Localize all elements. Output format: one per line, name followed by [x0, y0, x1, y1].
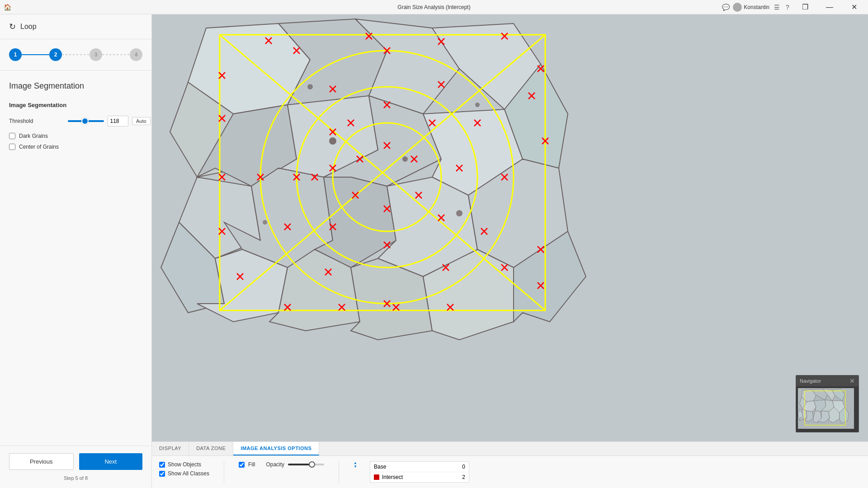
subsection-title: Image Segmentation — [9, 102, 142, 108]
username: Konstantin — [744, 4, 769, 10]
center-of-grains-label: Center of Grains — [19, 144, 59, 150]
opacity-section: Opacity — [266, 461, 324, 468]
show-objects-label: Show Objects — [168, 461, 201, 468]
svg-point-26 — [475, 103, 480, 107]
navigator-header: Navigator ✕ — [796, 375, 859, 386]
table-row-base: Base 0 — [370, 462, 469, 472]
loop-label: Loop — [20, 23, 37, 31]
restore-button[interactable]: ❐ — [795, 0, 816, 14]
svg-point-25 — [456, 210, 462, 216]
next-button[interactable]: Next — [79, 453, 143, 470]
center-of-grains-row: Center of Grains — [9, 144, 142, 150]
close-button[interactable]: ✕ — [844, 0, 864, 14]
svg-point-24 — [263, 220, 267, 225]
help-icon[interactable]: ? — [784, 4, 791, 11]
step-line-1-2 — [22, 54, 49, 55]
fill-section: Fill — [239, 461, 255, 468]
intersect-name: Intersect — [370, 472, 442, 482]
sidebar: ↻ Loop 1 2 3 4 Image Segmentation Image … — [0, 14, 152, 488]
bottom-panel: DISPLAY DATA ZONE IMAGE ANALYSIS OPTIONS… — [152, 441, 868, 488]
home-icon[interactable]: 🏠 — [4, 4, 11, 11]
step-info: Step 5 of 8 — [9, 475, 142, 481]
navigator-thumb-svg — [798, 388, 854, 429]
table-row-intersect: Intersect 2 — [370, 472, 469, 482]
navigator-panel: Navigator ✕ — [796, 375, 859, 432]
sidebar-footer: Previous Next Step 5 of 8 — [0, 446, 151, 488]
opacity-label: Opacity — [266, 461, 284, 468]
sidebar-content: Image Segmentation Image Segmentation Th… — [0, 70, 151, 446]
nav-buttons: Previous Next — [9, 453, 142, 470]
minimize-button[interactable]: — — [819, 0, 840, 14]
sort-down-arrow[interactable]: ▼ — [354, 465, 357, 469]
svg-point-23 — [402, 156, 408, 162]
tab-content-imageoptions: Show Objects Show All Classes Fill Opaci… — [152, 456, 868, 488]
display-options: Show Objects Show All Classes — [159, 461, 209, 477]
svg-point-22 — [329, 137, 336, 145]
titlebar-right: 💬 Konstantin ☰ ? ❐ — ✕ — [722, 0, 864, 14]
divider-2 — [339, 461, 339, 483]
step-line-3-4 — [102, 54, 130, 55]
tab-imageoptions[interactable]: IMAGE ANALYSIS OPTIONS — [233, 442, 319, 455]
content-area: Navigator ✕ — [152, 14, 868, 488]
previous-button[interactable]: Previous — [9, 453, 74, 470]
titlebar: 🏠 Grain Size Analysis (Intercept) 💬 Kons… — [0, 0, 868, 14]
opacity-slider[interactable] — [288, 464, 324, 465]
divider-1 — [224, 461, 224, 483]
fill-label: Fill — [248, 461, 255, 468]
svg-point-27 — [307, 84, 313, 89]
threshold-slider[interactable] — [68, 120, 104, 122]
dark-grains-label: Dark Grains — [19, 133, 48, 139]
grain-image — [152, 14, 868, 441]
base-name: Base — [370, 462, 442, 472]
intersect-value: 2 — [442, 472, 469, 482]
auto-button[interactable]: Auto — [132, 117, 151, 125]
base-value: 0 — [442, 462, 469, 472]
grain-svg — [152, 14, 868, 441]
show-classes-label: Show All Classes — [168, 470, 209, 477]
show-objects-row: Show Objects — [159, 461, 209, 468]
step-line-2-3 — [62, 54, 90, 55]
step-3: 3 — [90, 48, 102, 61]
threshold-input[interactable] — [108, 116, 128, 127]
show-objects-checkbox[interactable] — [159, 462, 165, 468]
show-classes-row: Show All Classes — [159, 470, 209, 477]
tab-bar: DISPLAY DATA ZONE IMAGE ANALYSIS OPTIONS — [152, 442, 868, 456]
chat-icon[interactable]: 💬 — [722, 4, 729, 11]
show-classes-checkbox[interactable] — [159, 471, 165, 477]
dark-grains-checkbox[interactable] — [9, 133, 15, 139]
step-indicator: 1 2 3 4 — [0, 39, 151, 70]
step-1: 1 — [9, 48, 22, 61]
intersect-color-dot — [374, 474, 379, 480]
titlebar-left: 🏠 — [4, 4, 11, 11]
section-title: Image Segmentation — [9, 81, 142, 91]
loop-icon: ↻ — [9, 22, 16, 32]
threshold-row: Threshold Auto — [9, 116, 142, 127]
main-layout: ↻ Loop 1 2 3 4 Image Segmentation Image … — [0, 14, 868, 488]
app-title: Grain Size Analysis (Intercept) — [397, 4, 470, 10]
tab-datazone[interactable]: DATA ZONE — [189, 442, 233, 455]
step-4: 4 — [130, 48, 142, 61]
navigator-thumbnail — [796, 386, 859, 432]
tab-display[interactable]: DISPLAY — [152, 442, 189, 455]
user-badge: Konstantin — [733, 3, 769, 12]
image-area[interactable]: Navigator ✕ — [152, 14, 868, 441]
navigator-title: Navigator — [800, 378, 821, 384]
data-table: Base 0 Intersect 2 — [370, 461, 469, 483]
navigator-close-button[interactable]: ✕ — [849, 377, 855, 385]
threshold-slider-container: Auto — [68, 116, 151, 127]
dark-grains-row: Dark Grains — [9, 133, 142, 139]
step-2: 2 — [49, 48, 62, 61]
sort-arrows[interactable]: ▲ ▼ — [354, 461, 357, 469]
menu-icon[interactable]: ☰ — [773, 4, 780, 11]
loop-header: ↻ Loop — [0, 14, 151, 39]
threshold-label: Threshold — [9, 118, 68, 124]
fill-checkbox[interactable] — [239, 462, 245, 468]
center-of-grains-checkbox[interactable] — [9, 144, 15, 150]
